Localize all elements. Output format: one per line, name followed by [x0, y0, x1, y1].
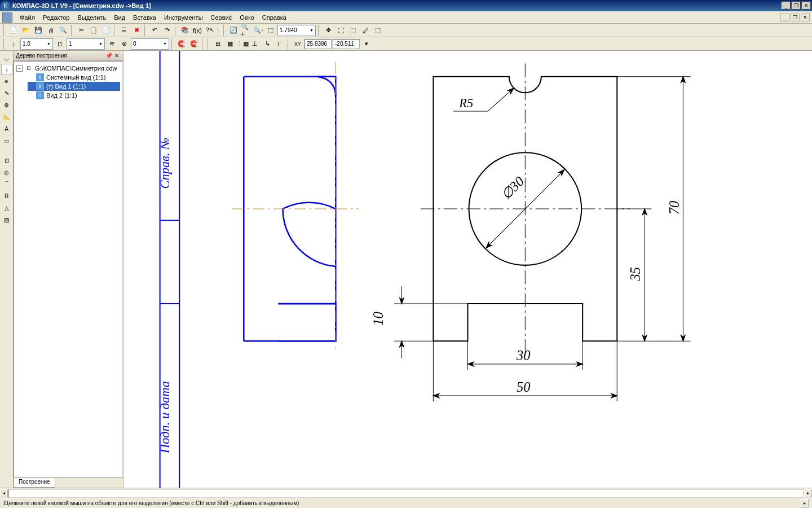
- pin-icon[interactable]: 📌: [105, 52, 113, 59]
- grid-settings-button[interactable]: ⋮▦: [237, 38, 248, 50]
- step-button[interactable]: ⟊: [8, 38, 19, 50]
- zoom-fit-button[interactable]: ⛶: [335, 25, 346, 36]
- tree-item-selected[interactable]: t (т) Вид 1 (1:1): [28, 82, 120, 91]
- mdi-minimize-button[interactable]: _: [780, 14, 789, 21]
- menu-tools[interactable]: Инструменты: [160, 13, 207, 22]
- snap-settings-button[interactable]: 🧲̸: [188, 38, 200, 50]
- redo-button[interactable]: ↷: [161, 25, 173, 36]
- tree-item[interactable]: t Вид 2 (1:1): [28, 91, 120, 100]
- coord-label: XY: [292, 38, 303, 50]
- preview-button[interactable]: 🔍: [58, 25, 69, 36]
- command-input[interactable]: [8, 489, 804, 498]
- rebuild-button[interactable]: 🖊: [360, 25, 371, 36]
- canvas[interactable]: Справ. № Подп. и дата: [123, 51, 812, 488]
- tree-tab-build[interactable]: Построение: [14, 478, 55, 488]
- new-button[interactable]: 📄: [8, 25, 19, 36]
- tool-circle-icon[interactable]: ◎: [1, 167, 12, 178]
- zoom-prev-button[interactable]: ⬚: [347, 25, 359, 36]
- menu-bar: Файл Редактор Выделить Вид Вставка Инстр…: [0, 11, 812, 24]
- linetype-button[interactable]: ⊗: [118, 38, 130, 50]
- coord-x-input[interactable]: [304, 39, 332, 49]
- app-title: КОМПАС-3D LT V9 - [Симметрия.cdw ->Вид 1…: [12, 2, 782, 9]
- coord-y-input[interactable]: [333, 39, 360, 49]
- status-hint: Щелкните левой кнопкой мыши на объекте д…: [3, 500, 299, 506]
- label-podpdata: Подп. и дата: [158, 381, 172, 454]
- copy-button[interactable]: 📋: [88, 25, 99, 36]
- collapse-icon[interactable]: −: [16, 65, 23, 72]
- view-icon: t: [36, 82, 44, 90]
- layers-button[interactable]: ≋: [106, 38, 117, 50]
- style-input[interactable]: 0▼: [131, 38, 169, 50]
- menu-select[interactable]: Выделить: [73, 13, 110, 22]
- layer-input[interactable]: 1▼: [67, 38, 105, 50]
- zoom-window-button[interactable]: ⬚: [265, 25, 276, 36]
- select-tools-icon[interactable]: A: [1, 123, 12, 134]
- annotations-icon[interactable]: ≡: [1, 76, 12, 87]
- coord-menu-button[interactable]: ▾: [361, 38, 372, 50]
- geometry-icon[interactable]: ◡: [1, 52, 12, 63]
- refresh-button[interactable]: 🔄: [228, 25, 239, 36]
- menu-view[interactable]: Вид: [110, 13, 129, 22]
- tree-root[interactable]: − 🗋 G:\КОМПАС\Симметрия.cdw: [16, 64, 120, 73]
- grid-button[interactable]: ▦: [224, 38, 236, 50]
- document-icon: [2, 12, 12, 23]
- cmd-left-button[interactable]: ◂: [0, 489, 8, 497]
- dim-35: 35: [628, 267, 643, 281]
- tree-header: Дерево построения 📌 ✕: [14, 51, 123, 61]
- cut-button[interactable]: ✂: [76, 25, 87, 36]
- properties-button[interactable]: ☰: [118, 25, 130, 36]
- tool-line-icon[interactable]: ⊡: [1, 155, 12, 166]
- minimize-button[interactable]: _: [782, 2, 791, 10]
- scale-input[interactable]: 1.0▼: [20, 38, 53, 50]
- close-button[interactable]: ✕: [802, 2, 811, 10]
- spec-icon[interactable]: ▭: [1, 135, 12, 146]
- print-button[interactable]: 🖨: [45, 25, 56, 36]
- zoom-in-button[interactable]: 🔍+: [240, 25, 251, 36]
- tree-title: Дерево построения: [16, 52, 67, 59]
- tool-radius-icon[interactable]: R: [1, 190, 12, 202]
- measure-icon[interactable]: 📐: [1, 111, 12, 122]
- mdi-restore-button[interactable]: ❐: [791, 14, 800, 21]
- tool-triangle-icon[interactable]: △: [1, 202, 12, 213]
- toolbar-main: 📄 📂 💾 🖨 🔍 ✂ 📋 📄 ☰ ✖ ↶ ↷ 📚 f(x) ?↖ 🔄 🔍+ 🔍…: [0, 24, 812, 37]
- save-button[interactable]: 💾: [33, 25, 44, 36]
- manager-button[interactable]: 📚: [179, 25, 191, 36]
- round-button[interactable]: ↳: [262, 38, 273, 50]
- tool-arc-icon[interactable]: ⌒: [1, 178, 12, 190]
- help-context-button[interactable]: ?↖: [204, 25, 215, 36]
- tree-close-button[interactable]: ✕: [113, 52, 121, 59]
- local-cs-button[interactable]: Γ: [274, 38, 285, 50]
- zoom-all-button[interactable]: ⬚: [372, 25, 383, 36]
- mdi-close-button[interactable]: ✕: [801, 14, 810, 21]
- zoom-out-button[interactable]: 🔍-: [253, 25, 264, 36]
- variables-button[interactable]: f(x): [192, 25, 203, 36]
- paste-button[interactable]: 📄: [100, 25, 112, 36]
- tree-item[interactable]: t Системный вид (1:1): [28, 73, 120, 82]
- tree-body[interactable]: − 🗋 G:\КОМПАС\Симметрия.cdw t Системный …: [14, 61, 123, 478]
- undo-button[interactable]: ↶: [149, 25, 160, 36]
- dimensions-icon[interactable]: ⟊: [1, 64, 12, 75]
- tool-hatch-icon[interactable]: ▨: [1, 214, 12, 225]
- restore-button[interactable]: ❐: [792, 2, 801, 10]
- tree-tabs: Построение: [14, 478, 123, 488]
- left-toolbar: ◡ ⟊ ≡ ✎ ⚙ 📐 A ▭ ⊡ ◎ ⌒ R △ ▨: [0, 51, 14, 488]
- params-icon[interactable]: ⚙: [1, 99, 12, 111]
- status-expand-button[interactable]: ▸: [801, 500, 809, 507]
- pan-button[interactable]: ✥: [323, 25, 334, 36]
- zoom-value-input[interactable]: 1.7940▼: [277, 25, 316, 36]
- edit-icon[interactable]: ✎: [1, 87, 12, 99]
- menu-edit[interactable]: Редактор: [39, 13, 73, 22]
- menu-window[interactable]: Окно: [236, 13, 258, 22]
- menu-insert[interactable]: Вставка: [129, 13, 160, 22]
- snap-toggle-button[interactable]: 🧲: [176, 38, 187, 50]
- menu-file[interactable]: Файл: [16, 13, 39, 22]
- cancel-button[interactable]: ✖: [131, 25, 142, 36]
- view-state-button[interactable]: 🗋: [54, 38, 65, 50]
- drawing-svg: Справ. № Подп. и дата: [123, 51, 812, 488]
- cmd-right-button[interactable]: ▸: [804, 489, 812, 497]
- grid-align-button[interactable]: ⊞: [212, 38, 223, 50]
- menu-help[interactable]: Справка: [258, 13, 290, 22]
- open-button[interactable]: 📂: [20, 25, 32, 36]
- ortho-button[interactable]: ⊥: [249, 38, 261, 50]
- menu-service[interactable]: Сервис: [207, 13, 236, 22]
